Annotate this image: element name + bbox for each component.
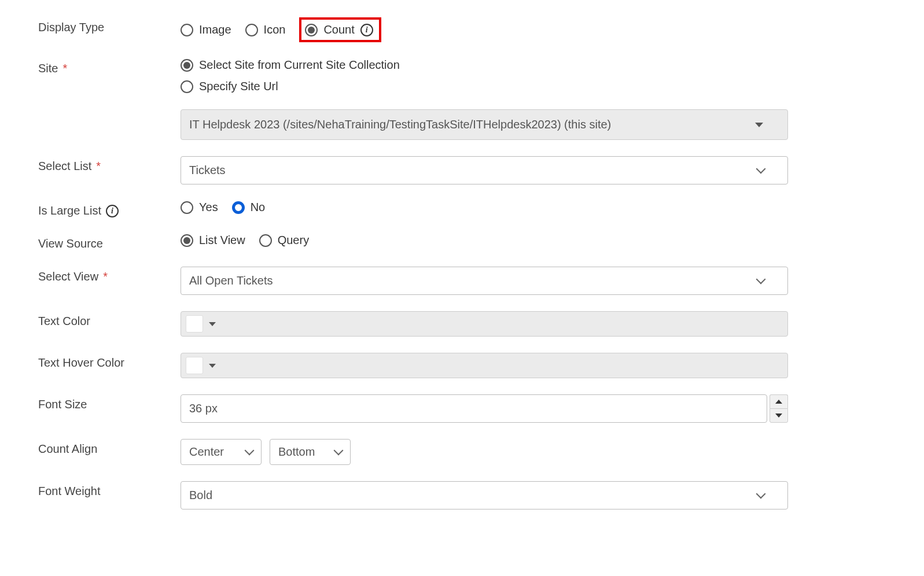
label-select-list: Select List* (38, 156, 181, 173)
radio-label: Specify Site Url (199, 80, 278, 93)
row-view-source: View Source List View Query (38, 234, 907, 250)
select-view-dropdown[interactable]: All Open Tickets (181, 267, 788, 295)
label-count-align: Count Align (38, 439, 181, 456)
label-font-size: Font Size (38, 394, 181, 411)
radio-label: Icon (264, 23, 286, 36)
radio-icon (181, 201, 193, 214)
chevron-down-icon (209, 364, 216, 368)
site-radio-group: Select Site from Current Site Collection… (181, 58, 788, 93)
row-font-weight: Font Weight Bold (38, 481, 907, 509)
label-font-weight: Font Weight (38, 481, 181, 498)
info-icon[interactable]: i (106, 205, 119, 217)
radio-view-source-query[interactable]: Query (259, 234, 309, 247)
radio-icon (181, 234, 193, 247)
chevron-down-icon (756, 164, 766, 174)
font-size-increment-button[interactable] (770, 394, 788, 408)
chevron-down-icon (775, 413, 782, 418)
required-mark: * (62, 62, 67, 75)
radio-label: Select Site from Current Site Collection (199, 58, 400, 72)
radio-icon (181, 24, 193, 36)
row-select-list: Select List* Tickets (38, 156, 907, 184)
radio-icon (181, 59, 193, 72)
count-align-vertical-value: Bottom (278, 445, 315, 459)
color-swatch (186, 357, 203, 374)
radio-icon (305, 24, 318, 36)
row-text-color: Text Color (38, 311, 907, 337)
row-is-large-list: Is Large List i Yes No (38, 201, 907, 217)
radio-icon (181, 80, 193, 93)
color-swatch (186, 315, 203, 333)
radio-label: Query (278, 234, 309, 247)
radio-icon (232, 201, 245, 214)
chevron-down-icon (755, 123, 763, 127)
label-is-large-list: Is Large List i (38, 201, 181, 217)
row-text-hover-color: Text Hover Color (38, 353, 907, 378)
site-dropdown[interactable]: IT Helpdesk 2023 (/sites/NehaTraining/Te… (181, 109, 788, 140)
radio-view-source-list-view[interactable]: List View (181, 234, 245, 247)
label-text-color: Text Color (38, 311, 181, 328)
required-mark: * (96, 160, 101, 173)
font-size-spinner (181, 394, 788, 423)
select-list-value: Tickets (189, 164, 226, 177)
radio-label: Count (323, 23, 354, 36)
text-color-picker[interactable] (181, 311, 788, 337)
radio-icon (259, 234, 272, 247)
site-dropdown-value: IT Helpdesk 2023 (/sites/NehaTraining/Te… (189, 118, 611, 131)
radio-display-type-count[interactable]: Count (305, 23, 354, 36)
radio-large-list-yes[interactable]: Yes (181, 201, 218, 214)
radio-label: Yes (199, 201, 218, 214)
is-large-list-radio-group: Yes No (181, 201, 788, 214)
radio-label: List View (199, 234, 245, 247)
chevron-down-icon (756, 275, 766, 285)
row-select-view: Select View* All Open Tickets (38, 267, 907, 295)
radio-label: Image (199, 23, 231, 36)
label-text-hover-color: Text Hover Color (38, 353, 181, 370)
radio-large-list-no[interactable]: No (232, 201, 266, 214)
radio-display-type-image[interactable]: Image (181, 23, 231, 36)
label-select-view: Select View* (38, 267, 181, 283)
count-align-horizontal-dropdown[interactable]: Center (181, 439, 262, 465)
chevron-down-icon (245, 446, 255, 456)
chevron-down-icon (756, 489, 766, 499)
radio-site-select-collection[interactable]: Select Site from Current Site Collection (181, 58, 400, 72)
info-icon[interactable]: i (360, 24, 373, 36)
display-type-radio-group: Image Icon Count i (181, 17, 788, 42)
font-weight-value: Bold (189, 489, 212, 502)
count-align-horizontal-value: Center (189, 445, 224, 459)
label-display-type: Display Type (38, 17, 181, 34)
select-view-value: All Open Tickets (189, 274, 273, 287)
select-list-dropdown[interactable]: Tickets (181, 156, 788, 184)
radio-site-specify-url[interactable]: Specify Site Url (181, 80, 278, 93)
highlighted-count-option: Count i (299, 17, 381, 42)
radio-display-type-icon[interactable]: Icon (245, 23, 286, 36)
font-weight-dropdown[interactable]: Bold (181, 481, 788, 509)
chevron-up-icon (775, 400, 782, 404)
row-site-dropdown: IT Helpdesk 2023 (/sites/NehaTraining/Te… (38, 109, 907, 140)
row-count-align: Count Align Center Bottom (38, 439, 907, 465)
row-font-size: Font Size (38, 394, 907, 423)
row-site: Site* Select Site from Current Site Coll… (38, 58, 907, 93)
font-size-input[interactable] (181, 394, 767, 423)
text-hover-color-picker[interactable] (181, 353, 788, 378)
chevron-down-icon (334, 446, 344, 456)
required-mark: * (103, 270, 108, 283)
radio-icon (245, 24, 258, 36)
row-display-type: Display Type Image Icon Count i (38, 17, 907, 42)
chevron-down-icon (209, 322, 216, 326)
label-view-source: View Source (38, 234, 181, 250)
font-size-decrement-button[interactable] (770, 408, 788, 423)
view-source-radio-group: List View Query (181, 234, 788, 247)
label-site: Site* (38, 58, 181, 75)
count-align-vertical-dropdown[interactable]: Bottom (270, 439, 351, 465)
radio-label: No (251, 201, 266, 214)
